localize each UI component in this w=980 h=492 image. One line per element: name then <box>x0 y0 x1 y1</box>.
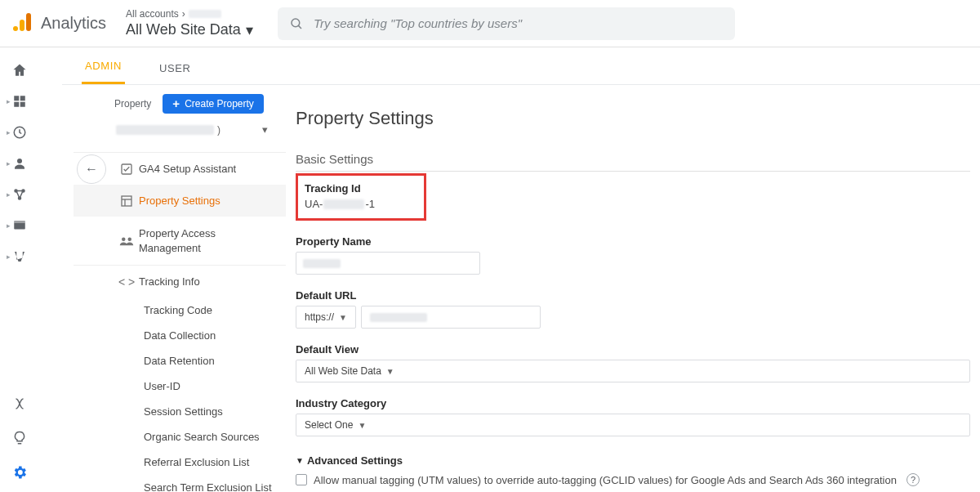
rail-realtime-icon[interactable]: ▸ <box>5 118 34 147</box>
property-name-input[interactable] <box>296 252 480 275</box>
search-box[interactable] <box>278 7 735 40</box>
caret-down-icon: ▼ <box>339 313 347 322</box>
rail-conversions-icon[interactable]: ▸ <box>5 242 34 271</box>
property-selector[interactable]: ) ▾ <box>114 120 270 139</box>
tracking-id-label: Tracking Id <box>305 182 375 195</box>
property-label: Property <box>114 98 151 110</box>
rail-acquisition-icon[interactable]: ▸ <box>5 180 34 209</box>
manual-tagging-checkbox[interactable] <box>296 474 307 485</box>
svg-rect-15 <box>122 196 131 206</box>
create-property-label: Create Property <box>185 98 254 110</box>
page-title: Property Settings <box>296 108 970 129</box>
brand-name: Analytics <box>41 14 106 33</box>
chevron-right-icon: › <box>182 8 185 20</box>
tracking-id-suffix: -1 <box>365 198 375 210</box>
url-scheme-dropdown[interactable]: https:// ▼ <box>296 306 356 329</box>
tab-user[interactable]: USER <box>156 52 194 84</box>
svg-point-10 <box>18 197 20 199</box>
nav-referral-exclusion[interactable]: Referral Exclusion List <box>74 450 286 475</box>
advanced-settings-label: Advanced Settings <box>307 454 403 467</box>
basic-settings-heading: Basic Settings <box>296 152 970 172</box>
top-header: Analytics All accounts › All Web Site Da… <box>0 0 980 47</box>
caret-down-icon: ▾ <box>262 123 268 136</box>
nav-property-access[interactable]: Property Access Management <box>74 217 286 265</box>
default-url-input[interactable] <box>361 306 541 329</box>
default-view-value: All Web Site Data <box>305 365 381 377</box>
breadcrumb: All accounts › <box>126 8 265 20</box>
default-url-redacted <box>370 313 427 322</box>
industry-category-label: Industry Category <box>296 397 970 409</box>
rail-behavior-icon[interactable]: ▸ <box>5 211 34 240</box>
settings-panel-icon <box>119 195 134 208</box>
industry-category-value: Select One <box>305 419 353 431</box>
property-selector-suffix: ) <box>217 124 220 136</box>
main-content: Property Settings Basic Settings Trackin… <box>296 108 970 492</box>
svg-rect-3 <box>20 96 24 101</box>
svg-point-18 <box>122 237 126 241</box>
default-view-dropdown[interactable]: All Web Site Data ▼ <box>296 360 970 382</box>
nav-search-term-exclusion[interactable]: Search Term Exclusion List <box>74 475 286 492</box>
nav-ga4-label: GA4 Setup Assistant <box>139 163 236 175</box>
nav-tracking-code[interactable]: Tracking Code <box>74 297 286 323</box>
view-name: All Web Site Data <box>126 21 241 38</box>
property-name-redacted <box>303 259 341 268</box>
svg-point-19 <box>128 237 132 241</box>
rail-home-icon[interactable] <box>5 56 34 85</box>
create-property-button[interactable]: + Create Property <box>163 94 263 114</box>
help-icon[interactable]: ? <box>906 473 920 486</box>
manual-tagging-label: Allow manual tagging (UTM values) to ove… <box>314 474 897 486</box>
admin-sub-tabs: ADMIN USER <box>62 47 980 85</box>
nav-session-settings[interactable]: Session Settings <box>74 399 286 424</box>
nav-tracking-info[interactable]: < > Tracking Info <box>74 265 286 297</box>
url-scheme-value: https:// <box>305 311 334 323</box>
nav-ga4-setup[interactable]: GA4 Setup Assistant <box>74 152 286 185</box>
caret-down-icon: ▾ <box>246 21 253 39</box>
breadcrumb-account-redacted <box>189 10 221 18</box>
search-icon <box>289 16 304 31</box>
svg-line-1 <box>298 25 301 29</box>
svg-rect-12 <box>14 221 25 223</box>
property-name-label: Property Name <box>296 235 970 248</box>
nav-organic-search-sources[interactable]: Organic Search Sources <box>74 424 286 450</box>
left-rail: ▸ ▸ ▸ ▸ ▸ ▸ <box>0 47 39 492</box>
caret-down-icon: ▼ <box>358 421 366 430</box>
svg-point-7 <box>17 159 22 163</box>
people-icon <box>119 235 134 247</box>
plus-icon: + <box>172 99 180 109</box>
nav-data-collection[interactable]: Data Collection <box>74 323 286 348</box>
nav-property-access-label: Property Access Management <box>139 226 278 255</box>
svg-rect-2 <box>14 96 19 101</box>
tab-admin[interactable]: ADMIN <box>82 50 125 84</box>
nav-property-settings-label: Property Settings <box>139 195 220 207</box>
rail-audience-icon[interactable]: ▸ <box>5 149 34 178</box>
breadcrumb-root: All accounts <box>126 8 179 20</box>
analytics-logo <box>11 13 33 34</box>
property-column: Property + Create Property ) ▾ ← GA4 Set… <box>74 94 286 492</box>
tracking-id-prefix: UA- <box>305 198 323 210</box>
caret-down-icon: ▼ <box>296 456 304 465</box>
svg-rect-5 <box>20 102 24 107</box>
caret-down-icon: ▼ <box>386 367 394 376</box>
rail-attribution-icon[interactable] <box>5 389 34 418</box>
tracking-id-highlight: Tracking Id UA- -1 <box>296 173 426 221</box>
svg-rect-4 <box>14 102 19 107</box>
account-picker[interactable]: All accounts › All Web Site Data ▾ <box>126 0 265 47</box>
property-name-redacted <box>116 125 214 135</box>
nav-user-id[interactable]: User-ID <box>74 373 286 399</box>
nav-property-settings[interactable]: Property Settings <box>74 185 286 217</box>
svg-point-0 <box>292 19 300 27</box>
search-input[interactable] <box>314 16 724 30</box>
nav-data-retention[interactable]: Data Retention <box>74 348 286 373</box>
tracking-id-redacted <box>323 199 364 209</box>
nav-tracking-info-label: Tracking Info <box>139 275 200 288</box>
default-view-label: Default View <box>296 343 970 356</box>
assistant-checkbox-icon <box>119 163 134 176</box>
tracking-id-value: UA- -1 <box>305 198 375 210</box>
rail-admin-gear-icon[interactable] <box>5 458 34 487</box>
rail-discover-icon[interactable] <box>5 423 34 453</box>
advanced-settings-toggle[interactable]: ▼ Advanced Settings <box>296 454 970 467</box>
code-brackets-icon: < > <box>119 275 134 288</box>
industry-category-dropdown[interactable]: Select One ▼ <box>296 414 970 436</box>
rail-dashboards-icon[interactable]: ▸ <box>5 87 34 116</box>
default-url-label: Default URL <box>296 289 970 302</box>
